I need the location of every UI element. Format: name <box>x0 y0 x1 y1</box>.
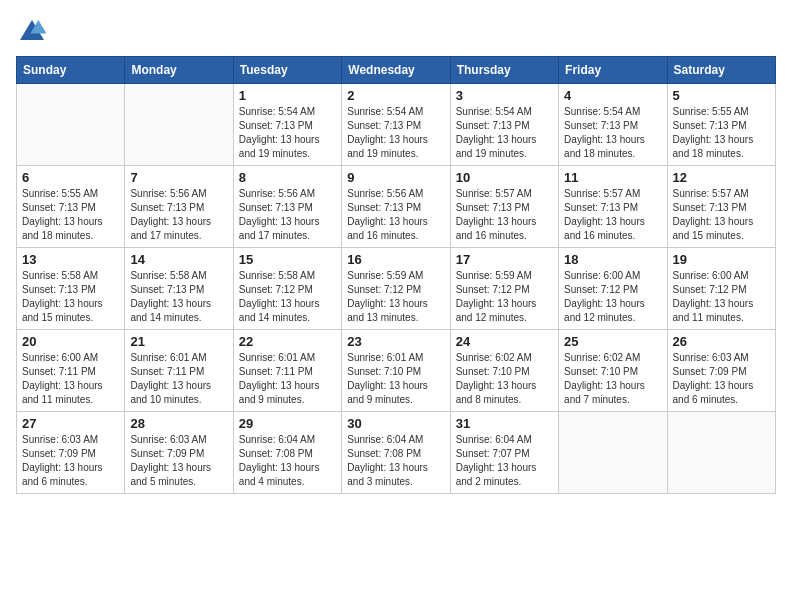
day-info: Sunrise: 6:02 AM Sunset: 7:10 PM Dayligh… <box>456 351 553 407</box>
day-info: Sunrise: 6:03 AM Sunset: 7:09 PM Dayligh… <box>130 433 227 489</box>
day-number: 9 <box>347 170 444 185</box>
calendar-cell: 29Sunrise: 6:04 AM Sunset: 7:08 PM Dayli… <box>233 412 341 494</box>
calendar-cell: 16Sunrise: 5:59 AM Sunset: 7:12 PM Dayli… <box>342 248 450 330</box>
calendar-cell <box>667 412 775 494</box>
calendar-cell: 31Sunrise: 6:04 AM Sunset: 7:07 PM Dayli… <box>450 412 558 494</box>
day-number: 14 <box>130 252 227 267</box>
calendar-cell: 2Sunrise: 5:54 AM Sunset: 7:13 PM Daylig… <box>342 84 450 166</box>
day-number: 25 <box>564 334 661 349</box>
day-info: Sunrise: 6:01 AM Sunset: 7:11 PM Dayligh… <box>130 351 227 407</box>
day-info: Sunrise: 6:00 AM Sunset: 7:11 PM Dayligh… <box>22 351 119 407</box>
calendar-cell: 15Sunrise: 5:58 AM Sunset: 7:12 PM Dayli… <box>233 248 341 330</box>
day-number: 4 <box>564 88 661 103</box>
day-header-wednesday: Wednesday <box>342 57 450 84</box>
calendar-cell: 18Sunrise: 6:00 AM Sunset: 7:12 PM Dayli… <box>559 248 667 330</box>
calendar-cell: 28Sunrise: 6:03 AM Sunset: 7:09 PM Dayli… <box>125 412 233 494</box>
day-info: Sunrise: 6:03 AM Sunset: 7:09 PM Dayligh… <box>22 433 119 489</box>
calendar-cell: 25Sunrise: 6:02 AM Sunset: 7:10 PM Dayli… <box>559 330 667 412</box>
day-number: 8 <box>239 170 336 185</box>
calendar-cell: 8Sunrise: 5:56 AM Sunset: 7:13 PM Daylig… <box>233 166 341 248</box>
logo <box>16 16 52 48</box>
calendar-cell: 26Sunrise: 6:03 AM Sunset: 7:09 PM Dayli… <box>667 330 775 412</box>
day-info: Sunrise: 5:57 AM Sunset: 7:13 PM Dayligh… <box>456 187 553 243</box>
day-header-tuesday: Tuesday <box>233 57 341 84</box>
day-info: Sunrise: 6:01 AM Sunset: 7:10 PM Dayligh… <box>347 351 444 407</box>
calendar-cell: 21Sunrise: 6:01 AM Sunset: 7:11 PM Dayli… <box>125 330 233 412</box>
calendar-cell: 13Sunrise: 5:58 AM Sunset: 7:13 PM Dayli… <box>17 248 125 330</box>
day-number: 1 <box>239 88 336 103</box>
calendar-cell: 10Sunrise: 5:57 AM Sunset: 7:13 PM Dayli… <box>450 166 558 248</box>
calendar-cell <box>125 84 233 166</box>
calendar-cell: 30Sunrise: 6:04 AM Sunset: 7:08 PM Dayli… <box>342 412 450 494</box>
day-info: Sunrise: 5:59 AM Sunset: 7:12 PM Dayligh… <box>347 269 444 325</box>
day-info: Sunrise: 5:57 AM Sunset: 7:13 PM Dayligh… <box>673 187 770 243</box>
day-number: 11 <box>564 170 661 185</box>
day-info: Sunrise: 6:00 AM Sunset: 7:12 PM Dayligh… <box>673 269 770 325</box>
day-number: 21 <box>130 334 227 349</box>
day-info: Sunrise: 5:59 AM Sunset: 7:12 PM Dayligh… <box>456 269 553 325</box>
calendar-cell: 24Sunrise: 6:02 AM Sunset: 7:10 PM Dayli… <box>450 330 558 412</box>
day-header-friday: Friday <box>559 57 667 84</box>
day-info: Sunrise: 6:02 AM Sunset: 7:10 PM Dayligh… <box>564 351 661 407</box>
calendar-cell: 23Sunrise: 6:01 AM Sunset: 7:10 PM Dayli… <box>342 330 450 412</box>
calendar-cell: 20Sunrise: 6:00 AM Sunset: 7:11 PM Dayli… <box>17 330 125 412</box>
logo-icon <box>16 16 48 48</box>
day-number: 31 <box>456 416 553 431</box>
calendar-cell <box>17 84 125 166</box>
day-info: Sunrise: 5:55 AM Sunset: 7:13 PM Dayligh… <box>22 187 119 243</box>
day-number: 13 <box>22 252 119 267</box>
calendar-cell: 1Sunrise: 5:54 AM Sunset: 7:13 PM Daylig… <box>233 84 341 166</box>
calendar-cell: 3Sunrise: 5:54 AM Sunset: 7:13 PM Daylig… <box>450 84 558 166</box>
day-number: 12 <box>673 170 770 185</box>
day-number: 7 <box>130 170 227 185</box>
calendar-cell: 12Sunrise: 5:57 AM Sunset: 7:13 PM Dayli… <box>667 166 775 248</box>
calendar-week-5: 27Sunrise: 6:03 AM Sunset: 7:09 PM Dayli… <box>17 412 776 494</box>
day-info: Sunrise: 5:56 AM Sunset: 7:13 PM Dayligh… <box>239 187 336 243</box>
day-number: 30 <box>347 416 444 431</box>
day-info: Sunrise: 5:54 AM Sunset: 7:13 PM Dayligh… <box>456 105 553 161</box>
calendar-cell: 7Sunrise: 5:56 AM Sunset: 7:13 PM Daylig… <box>125 166 233 248</box>
day-number: 28 <box>130 416 227 431</box>
calendar-cell: 5Sunrise: 5:55 AM Sunset: 7:13 PM Daylig… <box>667 84 775 166</box>
day-number: 29 <box>239 416 336 431</box>
calendar-cell: 17Sunrise: 5:59 AM Sunset: 7:12 PM Dayli… <box>450 248 558 330</box>
calendar-week-3: 13Sunrise: 5:58 AM Sunset: 7:13 PM Dayli… <box>17 248 776 330</box>
page-header <box>16 16 776 48</box>
day-number: 27 <box>22 416 119 431</box>
day-info: Sunrise: 5:54 AM Sunset: 7:13 PM Dayligh… <box>564 105 661 161</box>
day-number: 26 <box>673 334 770 349</box>
day-header-sunday: Sunday <box>17 57 125 84</box>
day-info: Sunrise: 5:55 AM Sunset: 7:13 PM Dayligh… <box>673 105 770 161</box>
day-number: 18 <box>564 252 661 267</box>
calendar-cell: 4Sunrise: 5:54 AM Sunset: 7:13 PM Daylig… <box>559 84 667 166</box>
day-info: Sunrise: 6:00 AM Sunset: 7:12 PM Dayligh… <box>564 269 661 325</box>
day-info: Sunrise: 6:01 AM Sunset: 7:11 PM Dayligh… <box>239 351 336 407</box>
day-info: Sunrise: 5:58 AM Sunset: 7:13 PM Dayligh… <box>22 269 119 325</box>
day-number: 10 <box>456 170 553 185</box>
calendar-cell: 11Sunrise: 5:57 AM Sunset: 7:13 PM Dayli… <box>559 166 667 248</box>
calendar-cell: 6Sunrise: 5:55 AM Sunset: 7:13 PM Daylig… <box>17 166 125 248</box>
calendar-cell: 22Sunrise: 6:01 AM Sunset: 7:11 PM Dayli… <box>233 330 341 412</box>
day-number: 3 <box>456 88 553 103</box>
calendar-cell <box>559 412 667 494</box>
day-number: 23 <box>347 334 444 349</box>
day-number: 15 <box>239 252 336 267</box>
calendar-week-2: 6Sunrise: 5:55 AM Sunset: 7:13 PM Daylig… <box>17 166 776 248</box>
day-info: Sunrise: 5:54 AM Sunset: 7:13 PM Dayligh… <box>239 105 336 161</box>
day-info: Sunrise: 5:56 AM Sunset: 7:13 PM Dayligh… <box>347 187 444 243</box>
day-header-monday: Monday <box>125 57 233 84</box>
calendar: SundayMondayTuesdayWednesdayThursdayFrid… <box>16 56 776 494</box>
day-info: Sunrise: 5:54 AM Sunset: 7:13 PM Dayligh… <box>347 105 444 161</box>
day-number: 5 <box>673 88 770 103</box>
day-number: 19 <box>673 252 770 267</box>
day-info: Sunrise: 6:03 AM Sunset: 7:09 PM Dayligh… <box>673 351 770 407</box>
day-number: 6 <box>22 170 119 185</box>
calendar-header-row: SundayMondayTuesdayWednesdayThursdayFrid… <box>17 57 776 84</box>
day-info: Sunrise: 6:04 AM Sunset: 7:08 PM Dayligh… <box>347 433 444 489</box>
calendar-cell: 19Sunrise: 6:00 AM Sunset: 7:12 PM Dayli… <box>667 248 775 330</box>
calendar-cell: 14Sunrise: 5:58 AM Sunset: 7:13 PM Dayli… <box>125 248 233 330</box>
day-number: 16 <box>347 252 444 267</box>
day-number: 17 <box>456 252 553 267</box>
calendar-week-4: 20Sunrise: 6:00 AM Sunset: 7:11 PM Dayli… <box>17 330 776 412</box>
day-info: Sunrise: 6:04 AM Sunset: 7:07 PM Dayligh… <box>456 433 553 489</box>
